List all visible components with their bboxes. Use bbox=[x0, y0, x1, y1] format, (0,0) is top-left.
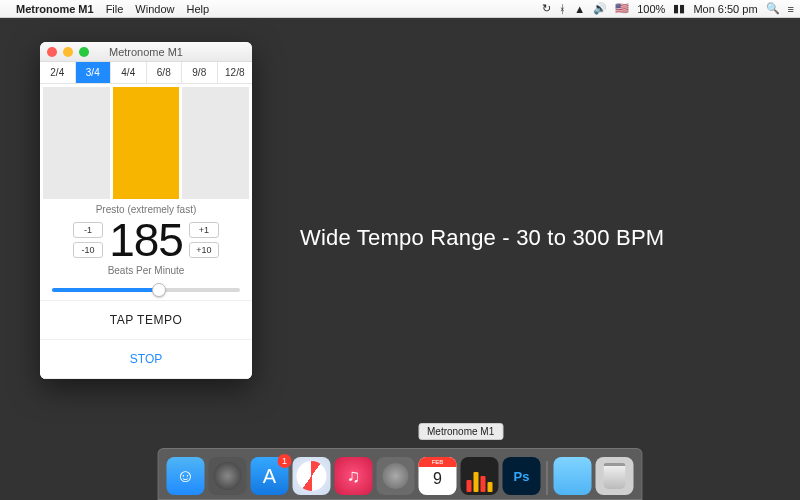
bpm-value: 185 bbox=[109, 217, 183, 263]
dock-appstore-icon[interactable]: A1 bbox=[251, 457, 289, 495]
input-flag-icon[interactable]: 🇺🇸 bbox=[615, 2, 629, 15]
appstore-badge: 1 bbox=[278, 454, 292, 468]
dock-itunes-icon[interactable]: ♫ bbox=[335, 457, 373, 495]
beat-1 bbox=[43, 87, 110, 199]
tempo-slider-knob[interactable] bbox=[152, 283, 166, 297]
beat-2 bbox=[113, 87, 180, 199]
bpm-plus-1-button[interactable]: +1 bbox=[189, 222, 219, 238]
wifi-icon[interactable]: ▲ bbox=[574, 3, 585, 15]
sig-6-8[interactable]: 6/8 bbox=[147, 62, 183, 83]
dock-container: Metronome M1 ☺ A1 ♫ FEB9 Ps bbox=[158, 448, 643, 500]
dock-calendar-icon[interactable]: FEB9 bbox=[419, 457, 457, 495]
tempo-slider[interactable] bbox=[52, 288, 240, 292]
dock-trash-icon[interactable] bbox=[596, 457, 634, 495]
menu-file[interactable]: File bbox=[106, 3, 124, 15]
volume-icon[interactable]: 🔊 bbox=[593, 2, 607, 15]
beat-indicator bbox=[40, 84, 252, 202]
dock-photoshop-icon[interactable]: Ps bbox=[503, 457, 541, 495]
bpm-unit-label: Beats Per Minute bbox=[48, 265, 244, 276]
dock: ☺ A1 ♫ FEB9 Ps bbox=[158, 448, 643, 500]
bpm-minus-10-button[interactable]: -10 bbox=[73, 242, 103, 258]
dock-metronome-m1-icon[interactable] bbox=[461, 457, 499, 495]
zoom-button[interactable] bbox=[79, 47, 89, 57]
battery-percent[interactable]: 100% bbox=[637, 3, 665, 15]
minimize-button[interactable] bbox=[63, 47, 73, 57]
clock[interactable]: Mon 6:50 pm bbox=[693, 3, 757, 15]
bpm-minus-1-button[interactable]: -1 bbox=[73, 222, 103, 238]
app-window: Metronome M1 2/4 3/4 4/4 6/8 9/8 12/8 Pr… bbox=[40, 42, 252, 379]
dock-sysprefs-icon[interactable] bbox=[377, 457, 415, 495]
battery-icon[interactable]: ▮▮ bbox=[673, 2, 685, 15]
dock-finder-icon[interactable]: ☺ bbox=[167, 457, 205, 495]
menubar: Metronome M1 File Window Help ↻ ᚼ ▲ 🔊 🇺🇸… bbox=[0, 0, 800, 18]
menubar-app-name[interactable]: Metronome M1 bbox=[16, 3, 94, 15]
beat-3 bbox=[182, 87, 249, 199]
menu-window[interactable]: Window bbox=[135, 3, 174, 15]
menubar-status: ↻ ᚼ ▲ 🔊 🇺🇸 100% ▮▮ Mon 6:50 pm 🔍 ≡ bbox=[542, 2, 794, 15]
hero-text: Wide Tempo Range - 30 to 300 BPM bbox=[300, 225, 664, 251]
dock-folder-icon[interactable] bbox=[554, 457, 592, 495]
dock-safari-icon[interactable] bbox=[293, 457, 331, 495]
stop-button[interactable]: STOP bbox=[40, 340, 252, 379]
tap-tempo-button[interactable]: TAP TEMPO bbox=[40, 301, 252, 340]
sig-3-4[interactable]: 3/4 bbox=[76, 62, 112, 83]
sig-12-8[interactable]: 12/8 bbox=[218, 62, 253, 83]
sig-9-8[interactable]: 9/8 bbox=[182, 62, 218, 83]
close-button[interactable] bbox=[47, 47, 57, 57]
bpm-plus-10-button[interactable]: +10 bbox=[189, 242, 219, 258]
spotlight-icon[interactable]: 🔍 bbox=[766, 2, 780, 15]
bluetooth-icon[interactable]: ᚼ bbox=[559, 3, 566, 15]
timemachine-icon[interactable]: ↻ bbox=[542, 2, 551, 15]
dock-tooltip: Metronome M1 bbox=[418, 423, 503, 440]
time-signature-selector: 2/4 3/4 4/4 6/8 9/8 12/8 bbox=[40, 62, 252, 84]
notification-center-icon[interactable]: ≡ bbox=[788, 3, 794, 15]
window-titlebar[interactable]: Metronome M1 bbox=[40, 42, 252, 62]
sig-2-4[interactable]: 2/4 bbox=[40, 62, 76, 83]
menu-help[interactable]: Help bbox=[186, 3, 209, 15]
dock-launchpad-icon[interactable] bbox=[209, 457, 247, 495]
dock-separator bbox=[547, 461, 548, 495]
sig-4-4[interactable]: 4/4 bbox=[111, 62, 147, 83]
